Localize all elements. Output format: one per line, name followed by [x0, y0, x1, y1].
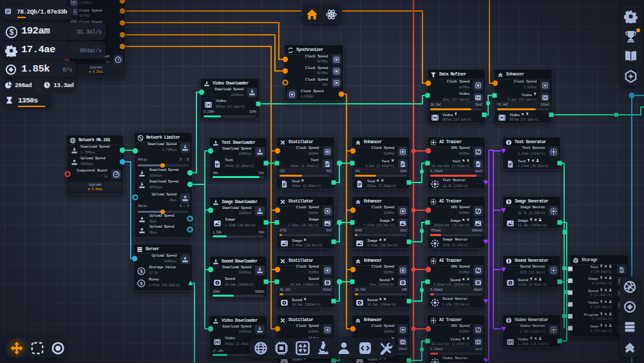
svg-text:$: $	[9, 28, 14, 37]
